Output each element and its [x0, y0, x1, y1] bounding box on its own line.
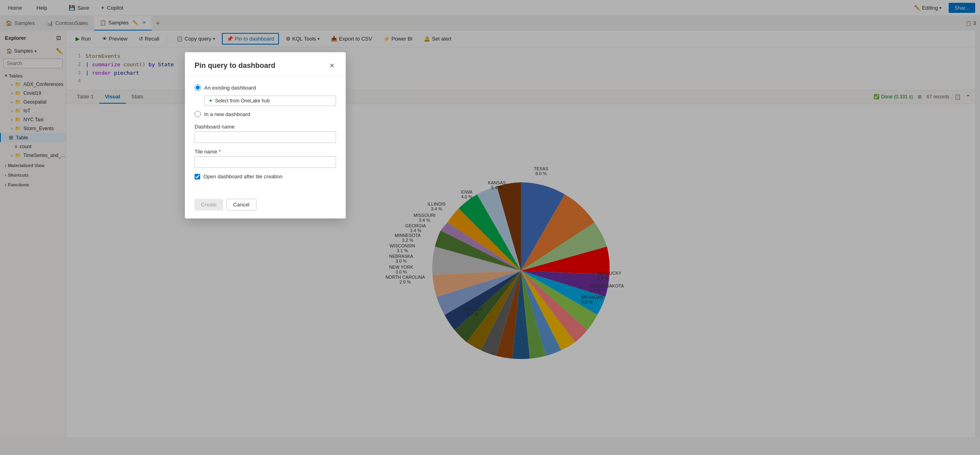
pin-modal: Pin query to dashboard ✕ An existing das…: [185, 52, 346, 218]
cancel-button[interactable]: Cancel: [226, 199, 256, 210]
open-after-label[interactable]: Open dashboard after tile creation: [203, 173, 283, 180]
tile-name-group: Tile name *: [195, 149, 336, 168]
create-button[interactable]: Create: [195, 199, 223, 210]
dashboard-options: An existing dashboard ✦ Select from OneL…: [195, 84, 336, 117]
existing-radio[interactable]: [195, 84, 201, 91]
tile-name-input[interactable]: [195, 156, 336, 168]
modal-overlay[interactable]: Pin query to dashboard ✕ An existing das…: [0, 0, 980, 455]
select-hub-button[interactable]: ✦ Select from OneLake hub: [204, 96, 336, 106]
modal-header: Pin query to dashboard ✕: [185, 52, 346, 76]
tile-name-label: Tile name *: [195, 149, 336, 155]
open-after-checkbox[interactable]: [195, 174, 200, 180]
modal-body: An existing dashboard ✦ Select from OneL…: [185, 76, 346, 194]
modal-footer: Create Cancel: [185, 194, 346, 218]
dashboard-name-input[interactable]: [195, 131, 336, 143]
new-dashboard-option[interactable]: In a new dashboard: [195, 111, 336, 117]
required-indicator: *: [219, 149, 221, 155]
new-radio[interactable]: [195, 111, 201, 117]
modal-close-button[interactable]: ✕: [328, 60, 336, 71]
modal-title: Pin query to dashboard: [195, 61, 275, 70]
dashboard-name-group: Dashboard name: [195, 124, 336, 143]
hub-icon: ✦: [209, 98, 213, 104]
dashboard-name-label: Dashboard name: [195, 124, 336, 130]
existing-dashboard-option[interactable]: An existing dashboard: [195, 84, 336, 91]
open-after-checkbox-row: Open dashboard after tile creation: [195, 173, 336, 180]
